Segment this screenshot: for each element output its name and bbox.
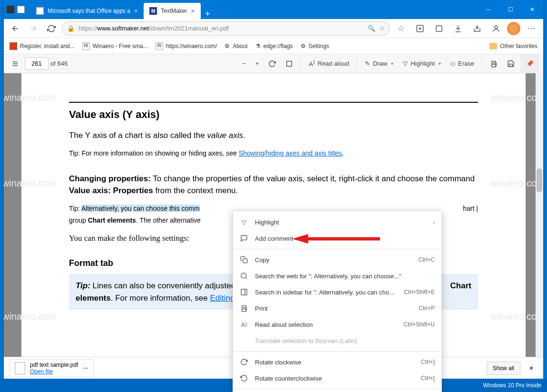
bookmark-label: edge://flags	[264, 43, 293, 49]
bookmark-label: https://winaero.com/	[166, 43, 217, 49]
url-box[interactable]: 🔒 https://www.softmaker.net/down/tm2021m…	[62, 21, 390, 36]
collections-button[interactable]	[412, 21, 428, 36]
ctx-search-sidebar[interactable]: Search in sidebar for ": Alternatively, …	[233, 284, 441, 300]
bookmark-favicon	[10, 42, 17, 50]
svg-rect-13	[242, 309, 246, 311]
pen-icon: ✎	[365, 60, 370, 67]
url-text: https://www.softmaker.net/down/tm2021man…	[78, 25, 364, 32]
pin-toolbar-button[interactable]: 📌	[520, 54, 539, 73]
zoom-indicator-icon[interactable]: 🔍	[368, 25, 375, 32]
titlebar: Microsoft says that Office apps a × M Te…	[4, 0, 543, 19]
doc-link[interactable]: Editing	[210, 294, 235, 303]
page-count-label: of 646	[50, 60, 68, 67]
maximize-button[interactable]: ☐	[499, 0, 521, 19]
page-number-input[interactable]	[25, 58, 49, 70]
bookmark-item[interactable]: Whttps://winaero.com/	[156, 42, 217, 50]
tabstrip: Microsoft says that Office apps a × M Te…	[28, 0, 478, 19]
svg-rect-11	[241, 289, 247, 295]
read-aloud-icon: A)	[309, 59, 314, 68]
highlight-button[interactable]: ▽Highlight▾	[399, 56, 445, 71]
menu-separator	[233, 249, 441, 249]
ctx-highlight[interactable]: ▽ Highlight ›	[233, 214, 441, 230]
svg-point-9	[241, 273, 246, 278]
erase-button[interactable]: ◇Erase	[447, 56, 478, 71]
window-controls: ─ ☐ ✕	[478, 0, 543, 19]
profile-avatar[interactable]	[507, 22, 520, 35]
scrollbar-thumb[interactable]	[537, 168, 542, 192]
show-all-downloads-button[interactable]: Show all	[487, 362, 520, 375]
ctx-read-aloud[interactable]: A) Read aloud selection Ctrl+Shift+U	[233, 316, 441, 333]
rotate-ccw-icon	[240, 374, 248, 382]
bookmark-favicon: W	[156, 42, 163, 50]
zoom-out-button[interactable]: −	[238, 56, 250, 71]
bookmark-label: Other favorites	[500, 43, 537, 49]
favicon	[36, 7, 44, 15]
save-button[interactable]	[503, 56, 518, 71]
tab-label: TextMaker	[161, 8, 187, 14]
download-menu-button[interactable]: ⋯	[83, 365, 88, 372]
vertical-scrollbar[interactable]	[536, 73, 543, 357]
selected-text: Alternatively, you can choose this comm	[81, 205, 200, 212]
account-button[interactable]	[488, 21, 504, 36]
bookmarks-bar: Register, install and... WWinaero - Free…	[4, 38, 543, 54]
browser-tab[interactable]: Microsoft says that Office apps a ×	[30, 3, 144, 19]
forward-button[interactable]	[26, 21, 41, 36]
rotate-button[interactable]	[264, 56, 280, 71]
taskbar-app-icon	[7, 6, 14, 13]
gear-icon: ⚙	[225, 43, 230, 49]
read-aloud-button[interactable]: A)Read aloud	[305, 56, 353, 71]
menu-button[interactable]: ⋯	[523, 21, 539, 36]
zoom-in-button[interactable]: +	[252, 56, 263, 71]
tab-label: Microsoft says that Office apps a	[48, 8, 130, 14]
svg-rect-7	[492, 64, 496, 67]
ctx-rotate-ccw[interactable]: Rotate counterclockwise Ctrl+[	[233, 370, 441, 386]
close-tab-icon[interactable]: ×	[134, 7, 138, 15]
close-download-bar[interactable]: ✕	[525, 365, 537, 372]
ctx-rotate-cw[interactable]: Rotate clockwise Ctrl+]	[233, 354, 441, 370]
download-item[interactable]: pdf text sample.pdf Open file ⋯	[10, 359, 94, 377]
bookmark-label: About	[233, 43, 247, 49]
ctx-add-comment[interactable]: Add comment	[233, 230, 441, 246]
bookmark-item[interactable]: ⚗edge://flags	[255, 43, 293, 49]
new-tab-button[interactable]: +	[201, 9, 215, 19]
bookmark-item[interactable]: WWinaero - Free sma...	[82, 42, 148, 50]
svg-rect-1	[436, 26, 442, 31]
chevron-right-icon: ›	[433, 219, 435, 226]
favorites-button[interactable]: ☆	[393, 21, 409, 36]
address-bar: 🔒 https://www.softmaker.net/down/tm2021m…	[4, 19, 543, 38]
draw-button[interactable]: ✎Draw▾	[361, 56, 397, 71]
highlighter-icon: ▽	[403, 60, 408, 67]
bookmark-item[interactable]: ⚙About	[225, 43, 247, 49]
bookmark-label: Register, install and...	[20, 43, 75, 49]
svg-rect-6	[287, 61, 292, 66]
ctx-search-web[interactable]: Search the web for ": Alternatively, you…	[233, 268, 441, 284]
bookmark-item[interactable]: ⚙Settings	[301, 43, 329, 49]
menu-separator	[233, 351, 441, 352]
bookmark-item[interactable]: Register, install and...	[10, 42, 75, 50]
fit-page-button[interactable]	[282, 56, 297, 71]
downloads-button[interactable]	[450, 21, 466, 36]
open-file-link[interactable]: Open file	[30, 368, 78, 375]
bookmark-favicon: W	[82, 42, 90, 50]
gear-icon: ⚙	[301, 43, 306, 49]
doc-link[interactable]: Showing/hiding axes and axis titles	[239, 149, 342, 157]
browser-tab-active[interactable]: M TextMaker ×	[144, 3, 201, 19]
minimize-button[interactable]: ─	[478, 0, 499, 19]
share-button[interactable]	[469, 21, 485, 36]
close-button[interactable]: ✕	[521, 0, 543, 19]
extension-button[interactable]	[431, 21, 447, 36]
ctx-copy[interactable]: Copy Ctrl+C	[233, 252, 441, 268]
sidebar-toggle[interactable]	[8, 56, 23, 71]
close-tab-icon[interactable]: ×	[191, 7, 195, 15]
svg-line-10	[245, 277, 247, 279]
other-favorites[interactable]: Other favorites	[489, 43, 537, 49]
back-button[interactable]	[8, 21, 23, 36]
print-button[interactable]	[486, 56, 501, 71]
copy-icon	[240, 256, 248, 264]
watermark: winaero.com	[4, 92, 56, 103]
eraser-icon: ◇	[450, 60, 455, 67]
ctx-print[interactable]: Print Ctrl+P	[233, 300, 441, 316]
reader-icon[interactable]: ☆	[379, 25, 385, 32]
refresh-button[interactable]	[44, 21, 59, 36]
favicon: M	[149, 7, 157, 15]
